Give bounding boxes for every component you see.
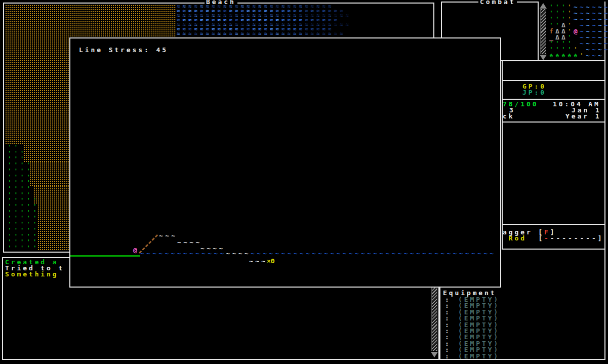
hp-value: 78/100 [503,101,538,107]
sea-water-row: ≈≈≈≈≈≈≈≈≈≈≈≈≈≈≈≈≈≈≈≈≈≈≈≈≈≈≈≈≈≈ [177,31,351,36]
message-scrollbar[interactable] [431,288,438,357]
rod-bracket-open: [ [538,234,544,242]
beach-window-title: Beach [205,0,237,5]
jp-value: JP:0 [522,89,546,96]
ground-line [70,255,140,257]
game-screen: Beach Combat GP:0 JP:0 78/100 10:04 AM 3… [0,0,608,364]
scroll-down-icon[interactable] [431,352,438,357]
splash-waves: ~~~ [159,232,177,239]
message-scrollbar-track[interactable] [431,288,437,351]
grass-row: ''''' [8,245,39,251]
sand-terrain [23,144,69,162]
scroll-up-icon[interactable] [540,3,547,9]
modal-water-line: ~~~~~~~~~~~~~~~~~~~~~~~~~~~~~~~~~~~~~~~~… [140,251,496,257]
equipment-slot-marker: : [445,353,451,359]
stats-separator-4 [503,224,604,225]
rod-stress-dash: - [544,234,550,242]
splash-waves: ~~~~ [177,239,202,246]
equipment-slot: (EMPTY) [458,353,500,359]
luck-label: ck [503,113,514,119]
hook-trail-waves: ~~~ [249,258,267,264]
message-line: Something [5,271,59,277]
rod-bracket-close: ] [598,234,604,242]
stats-separator-1 [503,80,604,81]
stats-separator-3 [503,122,604,123]
scroll-down-icon[interactable] [540,55,547,60]
combat-scrollbar-track[interactable] [540,9,546,54]
fish-glyph: ×Θ [267,258,275,264]
combat-scrollbar[interactable] [540,3,547,60]
stats-separator-2 [503,99,604,100]
sand-terrain [5,5,176,37]
rod-label: Rod [503,234,538,242]
sand-terrain [5,37,69,144]
sand-terrain [29,162,69,186]
line-stress-readout: Line Stress: 45 [79,47,168,53]
rod-stress-bar: -------- [550,234,598,242]
sand-terrain [37,204,69,251]
stats-window [502,60,605,250]
minimap-row: ♠♠♠♠♠'~~~ [549,53,608,59]
rod-slot: Rod [---------] [503,235,603,241]
calendar-year: Year 1 [565,113,601,119]
combat-window-title: Combat [478,0,517,5]
equipment-title: Equipment [443,290,497,296]
